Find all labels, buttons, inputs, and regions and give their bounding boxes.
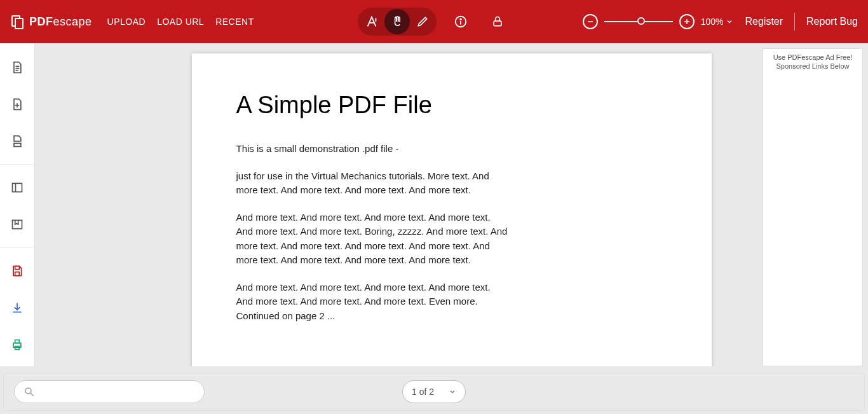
chevron-down-icon bbox=[449, 388, 456, 396]
zoom-level-dropdown[interactable]: 100% bbox=[701, 17, 734, 27]
logo-text: PDFescape bbox=[29, 15, 92, 29]
recent-link[interactable]: RECENT bbox=[215, 17, 254, 27]
upload-link[interactable]: UPLOAD bbox=[107, 17, 146, 27]
hand-icon bbox=[391, 15, 403, 28]
zoom-slider[interactable] bbox=[604, 21, 673, 22]
page-selector[interactable]: 1 of 2 bbox=[402, 380, 466, 403]
logo[interactable]: PDFescape bbox=[10, 14, 92, 29]
zoom-in-button[interactable] bbox=[679, 14, 695, 29]
add-page-button[interactable] bbox=[2, 90, 32, 118]
zoom-out-button[interactable] bbox=[583, 14, 598, 29]
edit-tool[interactable] bbox=[410, 9, 435, 34]
bookmarks-button[interactable] bbox=[2, 210, 32, 238]
zoom-slider-thumb[interactable] bbox=[637, 17, 645, 25]
sidebar-icon bbox=[11, 181, 24, 194]
svg-rect-1 bbox=[15, 18, 23, 29]
pdf-paragraph: And more text. And more text. And more t… bbox=[236, 280, 510, 324]
search-icon bbox=[24, 386, 35, 397]
pdf-paragraph: And more text. And more text. And more t… bbox=[236, 210, 510, 268]
bookmark-panel-icon bbox=[11, 218, 24, 231]
pdf-page: A Simple PDF File This is a small demons… bbox=[192, 53, 712, 366]
pdf-title: A Simple PDF File bbox=[236, 92, 667, 119]
load-url-link[interactable]: LOAD URL bbox=[157, 17, 204, 27]
plus-icon bbox=[683, 18, 691, 25]
svg-rect-14 bbox=[13, 183, 22, 191]
print-button[interactable] bbox=[2, 331, 32, 359]
save-button[interactable] bbox=[2, 257, 32, 285]
header-divider bbox=[794, 13, 795, 31]
document-split-icon bbox=[11, 134, 24, 148]
svg-rect-5 bbox=[494, 21, 501, 25]
download-button[interactable] bbox=[2, 294, 32, 322]
chevron-down-icon bbox=[726, 18, 733, 25]
info-icon bbox=[454, 15, 468, 29]
info-button[interactable] bbox=[448, 9, 473, 34]
hand-tool[interactable] bbox=[384, 9, 410, 34]
minus-icon bbox=[587, 18, 594, 25]
tool-mode-group bbox=[358, 8, 510, 36]
document-viewport[interactable]: A Simple PDF File This is a small demons… bbox=[35, 43, 868, 366]
download-icon bbox=[11, 301, 24, 314]
main-header: PDFescape UPLOAD LOAD URL RECENT bbox=[0, 0, 868, 43]
pdf-paragraph: This is a small demonstration .pdf file … bbox=[236, 142, 510, 156]
text-select-tool[interactable] bbox=[359, 9, 384, 34]
thumbnails-button[interactable] bbox=[2, 174, 32, 202]
document-icon bbox=[11, 60, 24, 74]
svg-point-4 bbox=[460, 18, 461, 20]
ad-line2: Sponsored Links Below bbox=[763, 62, 862, 71]
register-link[interactable]: Register bbox=[745, 16, 783, 27]
pencil-icon bbox=[416, 15, 429, 28]
printer-icon bbox=[11, 338, 24, 351]
lock-icon bbox=[491, 15, 504, 28]
svg-rect-20 bbox=[15, 340, 20, 343]
header-right: 100% Register Report Bug bbox=[583, 13, 858, 31]
svg-rect-17 bbox=[15, 266, 20, 270]
report-bug-link[interactable]: Report Bug bbox=[806, 16, 858, 27]
document-pages-button[interactable] bbox=[2, 53, 32, 81]
split-document-button[interactable] bbox=[2, 127, 32, 155]
page-indicator-label: 1 of 2 bbox=[412, 387, 434, 397]
save-icon bbox=[11, 265, 24, 277]
svg-point-22 bbox=[25, 388, 31, 394]
document-plus-icon bbox=[11, 97, 24, 111]
header-nav: UPLOAD LOAD URL RECENT bbox=[107, 17, 254, 27]
bottom-bar: 1 of 2 bbox=[3, 373, 865, 411]
text-cursor-icon bbox=[365, 15, 379, 29]
svg-rect-16 bbox=[13, 220, 22, 228]
lock-button[interactable] bbox=[485, 9, 510, 34]
ad-box: Use PDFescape Ad Free! Sponsored Links B… bbox=[763, 48, 863, 366]
svg-rect-18 bbox=[15, 272, 20, 276]
zoom-level-label: 100% bbox=[701, 17, 724, 27]
zoom-control: 100% bbox=[583, 14, 734, 29]
svg-line-23 bbox=[31, 393, 34, 396]
ad-line1: Use PDFescape Ad Free! bbox=[763, 53, 862, 62]
search-input[interactable] bbox=[14, 380, 205, 403]
left-toolbar bbox=[0, 43, 35, 366]
pdfescape-logo-icon bbox=[10, 14, 25, 29]
pdf-paragraph: just for use in the Virtual Mechanics tu… bbox=[236, 169, 510, 198]
